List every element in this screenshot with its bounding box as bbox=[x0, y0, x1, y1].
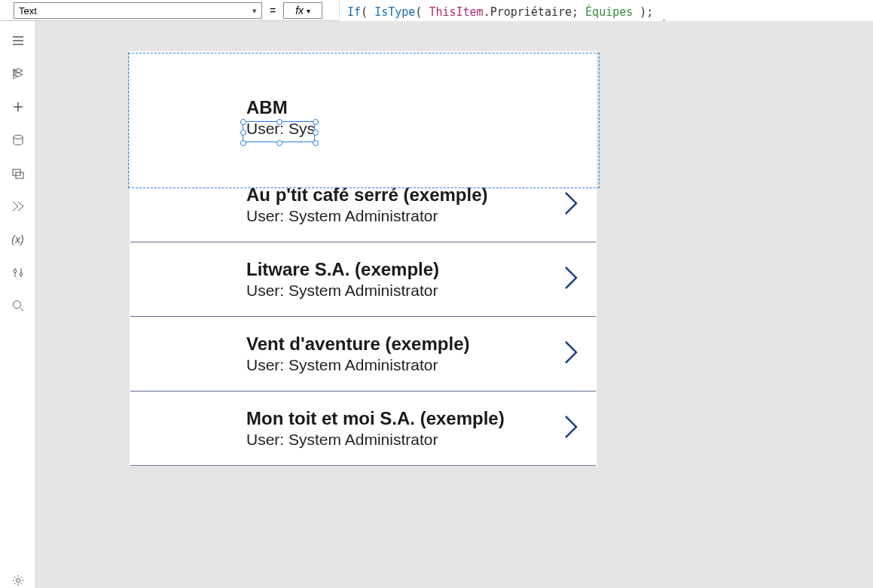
svg-point-7 bbox=[16, 579, 20, 583]
left-rail: (x) bbox=[0, 21, 36, 588]
fx-dropdown[interactable]: fx ▾ bbox=[283, 2, 322, 19]
gallery-item[interactable]: Au p'tit café serré (exemple)User: Syste… bbox=[130, 168, 596, 242]
item-title: Au p'tit café serré (exemple) bbox=[246, 184, 596, 206]
fx-label: fx bbox=[295, 5, 304, 17]
variables-icon[interactable]: (x) bbox=[11, 232, 26, 247]
data-icon[interactable] bbox=[11, 133, 26, 148]
item-subtitle: User: System Administrator bbox=[246, 431, 596, 449]
gallery-item[interactable]: ABMUser: Sys bbox=[130, 52, 596, 168]
property-selector-value: Text bbox=[19, 5, 37, 17]
svg-point-1 bbox=[14, 136, 23, 139]
media-icon[interactable] bbox=[11, 166, 26, 181]
gallery-item[interactable]: Mon toit et moi S.A. (exemple)User: Syst… bbox=[130, 391, 596, 466]
tree-view-icon[interactable] bbox=[11, 66, 26, 81]
gallery-item[interactable]: Litware S.A. (exemple)User: System Admin… bbox=[130, 242, 596, 317]
chevron-right-icon[interactable] bbox=[563, 264, 581, 294]
svg-point-6 bbox=[13, 301, 20, 309]
chevron-right-icon[interactable] bbox=[563, 190, 581, 220]
settings-icon[interactable] bbox=[11, 573, 26, 588]
canvas-background: ABMUser: SysAu p'tit café serré (exemple… bbox=[36, 21, 873, 588]
search-icon[interactable] bbox=[11, 298, 26, 313]
item-subtitle: User: System Administrator bbox=[246, 207, 596, 225]
item-subtitle: User: System Administrator bbox=[246, 356, 596, 374]
chevron-right-icon[interactable] bbox=[563, 339, 581, 369]
chevron-down-icon: ▾ bbox=[307, 7, 310, 15]
item-title: Litware S.A. (exemple) bbox=[246, 259, 596, 280]
hamburger-icon[interactable] bbox=[11, 33, 26, 48]
svg-point-5 bbox=[20, 273, 23, 276]
app-canvas[interactable]: ABMUser: SysAu p'tit café serré (exemple… bbox=[130, 51, 597, 467]
power-automate-icon[interactable] bbox=[11, 199, 26, 214]
advanced-tools-icon[interactable] bbox=[11, 265, 26, 280]
svg-point-4 bbox=[14, 270, 17, 273]
item-title: Mon toit et moi S.A. (exemple) bbox=[246, 408, 596, 429]
insert-icon[interactable] bbox=[11, 99, 26, 114]
equals-sign: = bbox=[262, 0, 283, 17]
item-subtitle: User: System Administrator bbox=[246, 282, 596, 300]
item-title: Vent d'aventure (exemple) bbox=[246, 334, 596, 355]
gallery-item[interactable]: Vent d'aventure (exemple)User: System Ad… bbox=[130, 317, 596, 391]
selected-control-outline bbox=[243, 121, 315, 142]
item-title: ABM bbox=[246, 97, 596, 118]
chevron-right-icon[interactable] bbox=[563, 413, 581, 443]
property-selector[interactable]: Text ▾ bbox=[14, 2, 262, 19]
chevron-down-icon: ▾ bbox=[252, 6, 257, 16]
